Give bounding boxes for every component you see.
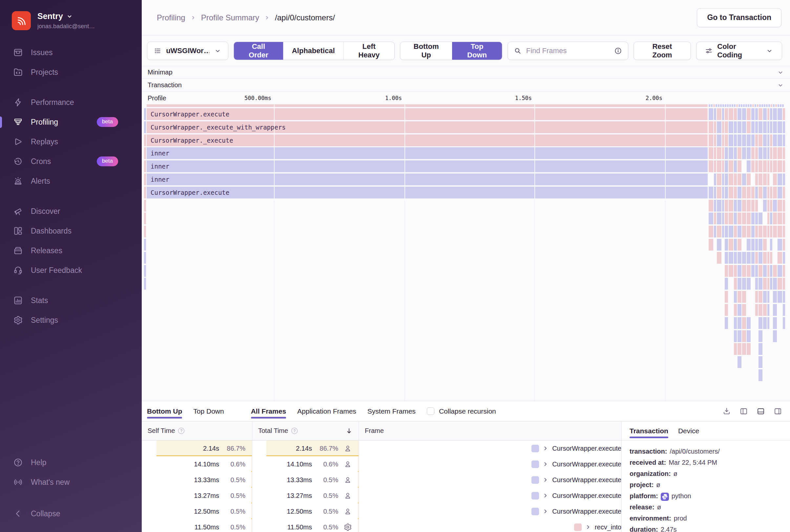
sidebar-item-user-feedback[interactable]: User Feedback — [0, 261, 142, 280]
flame-frame-small[interactable] — [783, 160, 785, 172]
flame-frame-small[interactable] — [729, 134, 733, 146]
flame-frame-small[interactable] — [777, 121, 782, 133]
flame-frame-small[interactable] — [783, 291, 785, 303]
flame-frame-small[interactable] — [725, 278, 728, 290]
flame-frame-small[interactable] — [767, 212, 769, 224]
flame-frame-small[interactable] — [783, 121, 785, 133]
flame-frame-small[interactable] — [709, 108, 713, 120]
flame-frame-small[interactable] — [763, 134, 767, 146]
flame-frame-small[interactable] — [734, 212, 737, 224]
sidebar-item-stats[interactable]: Stats — [0, 291, 142, 310]
frame-name-cell[interactable]: CursorWrapper.execute — [359, 440, 621, 456]
flame-frame-small[interactable] — [737, 291, 741, 303]
flame-frame-small[interactable] — [773, 200, 777, 212]
flame-frame-small[interactable] — [714, 173, 716, 185]
flame-frame-small[interactable] — [709, 147, 713, 159]
flame-frame-small[interactable] — [763, 239, 767, 251]
frame-name-cell[interactable]: CursorWrapper.execute — [359, 472, 621, 488]
flame-frame-small[interactable] — [777, 278, 782, 290]
flame-frame-small[interactable] — [783, 317, 785, 329]
flame-frame-small[interactable] — [751, 265, 755, 277]
direction-option-top-down[interactable]: Top Down — [452, 42, 502, 60]
flame-frame-small[interactable] — [747, 226, 751, 238]
flame-frame-small[interactable] — [755, 265, 758, 277]
flame-frame-small[interactable] — [763, 121, 767, 133]
flame-frame-small[interactable] — [144, 239, 146, 251]
sort-option-alphabetical[interactable]: Alphabetical — [283, 42, 343, 60]
flame-frame-small[interactable] — [736, 104, 738, 107]
flame-frame-small[interactable] — [737, 160, 741, 172]
flame-frame-small[interactable] — [722, 187, 724, 198]
flame-frame-small[interactable] — [758, 187, 763, 198]
flame-frame-small[interactable] — [763, 278, 767, 290]
flame-frame-small[interactable] — [770, 278, 772, 290]
flame-frame-small[interactable] — [722, 212, 724, 224]
flame-frame-small[interactable] — [144, 147, 146, 159]
flame-frame-small[interactable] — [729, 147, 733, 159]
flame-frame-small[interactable] — [758, 121, 763, 133]
flame-frame[interactable]: CursorWrapper._execute — [147, 134, 708, 146]
flame-frame-small[interactable] — [734, 265, 737, 277]
flame-frame-small[interactable] — [737, 265, 741, 277]
flame-frame-small[interactable] — [768, 104, 770, 107]
flame-frame-small[interactable] — [737, 330, 741, 342]
flame-frame-small[interactable] — [767, 304, 769, 316]
sort-option-call-order[interactable]: Call Order — [234, 42, 283, 60]
flame-frame-small[interactable] — [742, 252, 746, 264]
flame-frame-small[interactable] — [770, 212, 772, 224]
flame-frame-small[interactable] — [773, 265, 777, 277]
flame-frame-small[interactable] — [755, 278, 758, 290]
flame-frame-small[interactable] — [737, 239, 741, 251]
table-row[interactable]: 2.14s86.7%2.14s86.7%CursorWrapper.execut… — [142, 440, 621, 456]
flame-frame-small[interactable] — [746, 104, 747, 107]
chevron-down-icon[interactable] — [777, 82, 784, 89]
flame-frame-small[interactable] — [144, 200, 146, 212]
flame-frame-small[interactable] — [755, 134, 758, 146]
flame-frame-small[interactable] — [777, 104, 779, 107]
flame-frame-small[interactable] — [717, 108, 721, 120]
flame-frame-small[interactable] — [729, 212, 733, 224]
sidebar-item-performance[interactable]: Performance — [0, 93, 142, 112]
flame-frame-small[interactable] — [144, 265, 146, 277]
flame-frame-small[interactable] — [747, 265, 751, 277]
flame-frame-small[interactable] — [767, 291, 769, 303]
flame-frame-small[interactable] — [714, 187, 716, 198]
flame-frame-small[interactable] — [734, 343, 737, 355]
flame-frame-small[interactable] — [725, 200, 728, 212]
flame-frame-small[interactable] — [742, 278, 746, 290]
flame-frame-small[interactable] — [751, 187, 755, 198]
flame-frame-small[interactable] — [742, 187, 746, 198]
flame-frame-small[interactable] — [758, 330, 763, 342]
sort-descending-icon[interactable] — [345, 428, 353, 435]
flame-frame-small[interactable] — [747, 330, 751, 342]
flame-frame[interactable]: inner — [147, 160, 708, 172]
flame-frame-small[interactable] — [751, 212, 755, 224]
flame-frame-small[interactable] — [751, 121, 755, 133]
flame-frame-small[interactable] — [758, 356, 763, 368]
flame-frame-partial[interactable] — [147, 104, 708, 107]
flame-frame-small[interactable] — [725, 134, 728, 146]
collapse-recursion-checkbox[interactable] — [427, 407, 434, 415]
flame-frame-small[interactable] — [722, 200, 724, 212]
flame-frame[interactable]: CursorWrapper.execute — [147, 187, 708, 198]
flame-frame-small[interactable] — [717, 212, 721, 224]
sidebar-item-projects[interactable]: Projects — [0, 62, 142, 82]
flame-frame-small[interactable] — [742, 226, 746, 238]
flame-frame-small[interactable] — [742, 343, 746, 355]
flame-frame-small[interactable] — [737, 108, 741, 120]
flame-frame-small[interactable] — [714, 226, 716, 238]
flame-frame-small[interactable] — [773, 317, 777, 329]
flame-frame-small[interactable] — [725, 304, 728, 316]
layout-right-panel-icon[interactable] — [774, 407, 782, 416]
flame-frame-small[interactable] — [773, 104, 775, 107]
flame-frame-small[interactable] — [734, 147, 737, 159]
flame-frame-small[interactable] — [763, 173, 767, 185]
flame-frame-small[interactable] — [734, 160, 737, 172]
tab-bottom-up[interactable]: Bottom Up — [147, 401, 182, 421]
flame-frame-small[interactable] — [763, 200, 767, 212]
flame-frame-small[interactable] — [709, 239, 713, 251]
export-download-icon[interactable] — [722, 407, 731, 416]
flame-frame-small[interactable] — [737, 134, 741, 146]
flame-frame-small[interactable] — [737, 121, 741, 133]
collapse-recursion-toggle[interactable]: Collapse recursion — [427, 407, 496, 415]
